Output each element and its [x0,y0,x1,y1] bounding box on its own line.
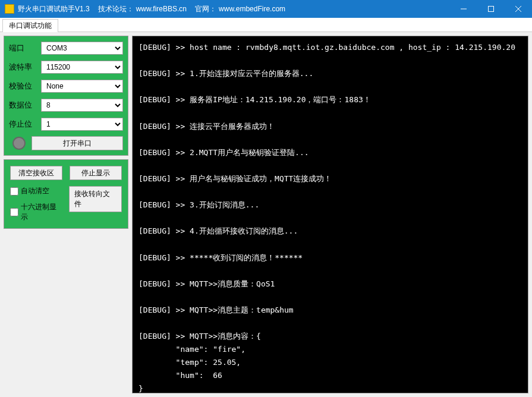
forum-link[interactable]: www.fireBBS.cn [136,5,187,13]
baud-label: 波特率 [9,62,41,73]
serial-settings-panel: 端口 COM3 波特率 115200 校验位 None 数据位 8 停止位 1 … [4,36,128,156]
clear-receive-button[interactable]: 清空接收区 [10,166,62,180]
hex-display-label: 十六进制显示 [21,202,63,222]
stop-bits-select[interactable]: 1 [41,118,123,131]
app-title: 野火串口调试助手V1.3 [18,4,90,14]
stop-bits-label: 停止位 [9,119,41,130]
app-logo-icon [5,4,14,14]
hex-display-checkbox[interactable]: 十六进制显示 [10,202,63,222]
minimize-button[interactable] [450,0,477,18]
open-port-button[interactable]: 打开串口 [32,136,123,150]
site-label: 官网： [195,4,216,14]
receive-settings-panel: 清空接收区 停止显示 自动清空 十六进制显示 接收转向文件 [4,159,128,229]
receive-to-file-button[interactable]: 接收转向文件 [69,186,122,212]
titlebar: 野火串口调试助手V1.3 技术论坛： www.fireBBS.cn 官网： ww… [0,0,532,18]
parity-select[interactable]: None [41,80,123,93]
auto-clear-input[interactable] [10,187,18,196]
log-output[interactable]: [DEBUG] >> host name : rvmbdy8.mqtt.iot.… [132,36,528,393]
port-select[interactable]: COM3 [41,42,123,55]
status-led-icon [12,137,26,150]
forum-label: 技术论坛： [98,4,134,14]
stop-display-button[interactable]: 停止显示 [70,166,122,180]
site-link[interactable]: www.embedFire.com [219,5,285,13]
data-bits-label: 数据位 [9,100,41,111]
auto-clear-checkbox[interactable]: 自动清空 [10,186,63,196]
hex-display-input[interactable] [10,208,18,216]
port-label: 端口 [9,43,41,53]
auto-clear-label: 自动清空 [21,186,49,196]
tab-serial-debug[interactable]: 串口调试功能 [2,19,58,32]
data-bits-select[interactable]: 8 [41,99,123,112]
tabbar: 串口调试功能 [0,18,532,32]
maximize-button[interactable] [477,0,505,18]
close-button[interactable] [505,0,532,18]
baud-select[interactable]: 115200 [41,61,123,74]
parity-label: 校验位 [9,81,41,92]
svg-rect-1 [489,7,494,12]
